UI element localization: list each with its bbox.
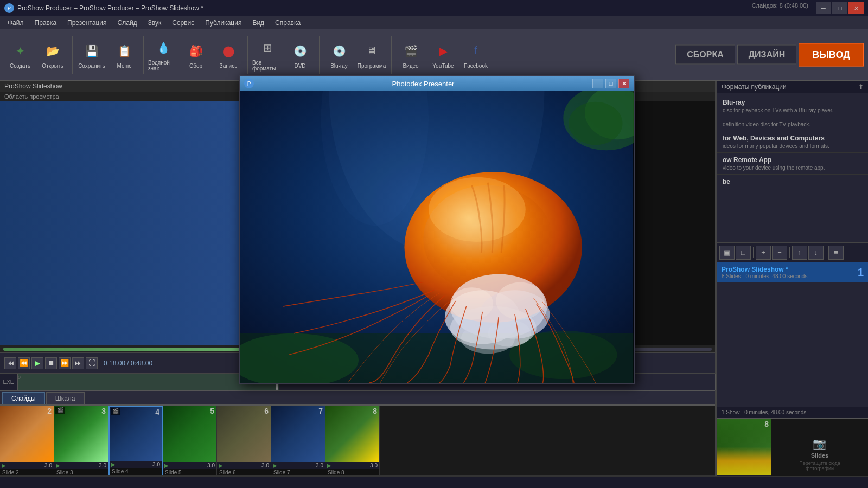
slide-label-3: Slide 3 [54, 469, 108, 475]
rewind-button[interactable]: ⏪ [18, 357, 30, 369]
slide-item-4[interactable]: 🎬4▶3.0Slide 4 [108, 406, 163, 475]
format-desc-hd_video: definition video disc for TV playback. [723, 121, 863, 127]
nav-tab-design[interactable]: ДИЗАЙН [737, 45, 797, 65]
slide-thumb-4: 🎬4 [110, 407, 162, 461]
toolbar-btn-create[interactable]: ✦Создать [4, 33, 36, 77]
slide-label-2: Slide 2 [0, 469, 54, 475]
slide-play-2: ▶ [2, 463, 6, 468]
format-desc-remote_app: video to your device using the remote ap… [723, 165, 863, 171]
toolbar-btn-video[interactable]: 🎬Видео [395, 33, 426, 77]
toolbar-btn-open[interactable]: 📂Открыть [37, 33, 68, 77]
save-label: Сохранить [78, 63, 105, 69]
nav-tab-assembly[interactable]: СБОРКА [675, 45, 735, 65]
allformats-icon: ⊞ [257, 37, 278, 58]
slide-play-6: ▶ [219, 463, 223, 468]
minimize-button[interactable]: ─ [816, 2, 831, 14]
menu-item-звук[interactable]: Звук [143, 18, 167, 28]
skip-end-button[interactable]: ⏭ [72, 357, 84, 369]
menu-item-презентация[interactable]: Презентация [62, 18, 112, 28]
slide-item-3[interactable]: 🎬3▶3.0Slide 3 [54, 406, 108, 475]
slide-play-7: ▶ [273, 463, 277, 468]
toolbar-btn-program[interactable]: 🖥Программа [356, 33, 387, 77]
slide-tabs: Слайды Шкала [0, 390, 715, 404]
svg-point-11 [429, 177, 526, 242]
slide-dur-3: 3.0 [99, 463, 106, 468]
format-web_devices[interactable]: for Web, Devices and Computersideos for … [717, 131, 868, 153]
menu-item-правка[interactable]: Правка [29, 18, 62, 28]
presenter-close[interactable]: ✕ [618, 79, 629, 88]
svg-point-16 [450, 287, 493, 320]
nav-tab-output[interactable]: ВЫВОД [799, 43, 864, 66]
presenter-minimize[interactable]: ─ [592, 79, 603, 88]
close-button[interactable]: ✕ [848, 2, 864, 14]
toolbar-btn-collect[interactable]: 🎒Сбор [180, 33, 212, 77]
right-tool-btn-2[interactable]: + [756, 246, 771, 260]
format-youtube[interactable]: be [717, 175, 868, 189]
slide-play-5: ▶ [164, 463, 169, 468]
stop-button[interactable]: ⏹ [45, 357, 57, 369]
watermark-label: Водяной знак [148, 60, 178, 72]
format-bluray_tv[interactable]: Blu-raydisc for playback on TVs with a B… [717, 95, 868, 117]
show-item[interactable]: ProShow Slideshow * 8 Slides - 0 minutes… [717, 262, 868, 282]
right-tool-btn-0[interactable]: ▣ [719, 246, 735, 260]
toolbar-btn-save[interactable]: 💾Сохранить [76, 33, 107, 77]
slide-dur-6: 3.0 [261, 463, 269, 468]
slides-tab[interactable]: Слайды [2, 392, 45, 404]
toolbar-btn-youtube[interactable]: ▶YouTube [427, 33, 459, 77]
menu-item-сервис[interactable]: Сервис [167, 18, 200, 28]
create-label: Создать [10, 63, 30, 69]
right-toolbar-sep-2 [753, 247, 754, 258]
right-toolbar: ▣□+−↑↓≡ [717, 243, 868, 262]
toolbar-btn-bluray[interactable]: 💿Blu-ray [323, 33, 355, 77]
menu-item-вид[interactable]: Вид [247, 18, 270, 28]
track-tick-3 [715, 374, 716, 390]
format-remote_app[interactable]: ow Remote Appvideo to your device using … [717, 153, 868, 175]
timeline-tab[interactable]: Шкала [46, 392, 85, 404]
slide-label-6: Slide 6 [217, 469, 271, 475]
slide-item-7[interactable]: 7▶3.0Slide 7 [271, 406, 326, 475]
slide-num-6: 6 [264, 407, 269, 415]
menu-item-файл[interactable]: Файл [2, 18, 29, 28]
toolbar-btn-allformats[interactable]: ⊞Все форматы [252, 33, 283, 77]
show-list: ProShow Slideshow * 8 Slides - 0 minutes… [717, 262, 868, 407]
toolbar-btn-facebook[interactable]: fFacebook [460, 33, 492, 77]
toolbar-btn-menu[interactable]: 📋Меню [108, 33, 140, 77]
maximize-button[interactable]: □ [832, 2, 847, 14]
presenter-title: Photodex Presenter [257, 80, 589, 88]
fullscreen-button[interactable]: ⛶ [86, 357, 98, 369]
toolbar-btn-dvd[interactable]: 💿DVD [284, 33, 316, 77]
play-button[interactable]: ▶ [31, 357, 43, 369]
save-icon: 💾 [81, 41, 102, 61]
menu-item-публикация[interactable]: Публикация [200, 18, 247, 28]
right-slide-8-num: 8 [764, 420, 769, 428]
slide-dur-8: 3.0 [370, 463, 378, 468]
slide-item-6[interactable]: 6▶3.0Slide 6 [217, 406, 271, 475]
expand-icon[interactable]: ⬆ [858, 83, 864, 91]
presenter-controls: ─ □ ✕ [592, 79, 629, 88]
right-tool-btn-4[interactable]: ↑ [792, 246, 807, 260]
youtube-icon: ▶ [433, 41, 454, 61]
slide-item-2[interactable]: 2▶3.0Slide 2 [0, 406, 54, 475]
menu-item-справка[interactable]: Справка [270, 18, 306, 28]
toolbar-btn-record[interactable]: ⬤Запись [213, 33, 244, 77]
slide-num-5: 5 [210, 407, 214, 415]
slide-num-4: 4 [155, 408, 159, 416]
right-tool-btn-1[interactable]: □ [736, 246, 751, 260]
presenter-maximize[interactable]: □ [605, 79, 616, 88]
format-title-bluray_tv: Blu-ray [723, 99, 863, 106]
dvd-icon: 💿 [290, 41, 310, 61]
right-tool-btn-3[interactable]: − [772, 246, 787, 260]
slide-item-8[interactable]: 8▶3.0Slide 8 [326, 406, 380, 475]
scrubber-fill [3, 348, 269, 351]
right-tool-btn-5[interactable]: ↓ [808, 246, 824, 260]
right-tool-btn-6[interactable]: ≡ [828, 246, 844, 260]
slide-play-3: ▶ [56, 463, 60, 468]
slide-item-5[interactable]: 5▶3.0Slide 5 [163, 406, 217, 475]
forward-button[interactable]: ⏩ [59, 357, 71, 369]
menu-item-слайд[interactable]: Слайд [112, 18, 143, 28]
slide-video-icon-4: 🎬 [111, 408, 120, 415]
skip-start-button[interactable]: ⏮ [4, 357, 16, 369]
toolbar-sep-9 [319, 36, 320, 74]
toolbar-btn-watermark[interactable]: 💧Водяной знак [148, 33, 179, 77]
format-hd_video[interactable]: definition video disc for TV playback. [717, 117, 868, 131]
